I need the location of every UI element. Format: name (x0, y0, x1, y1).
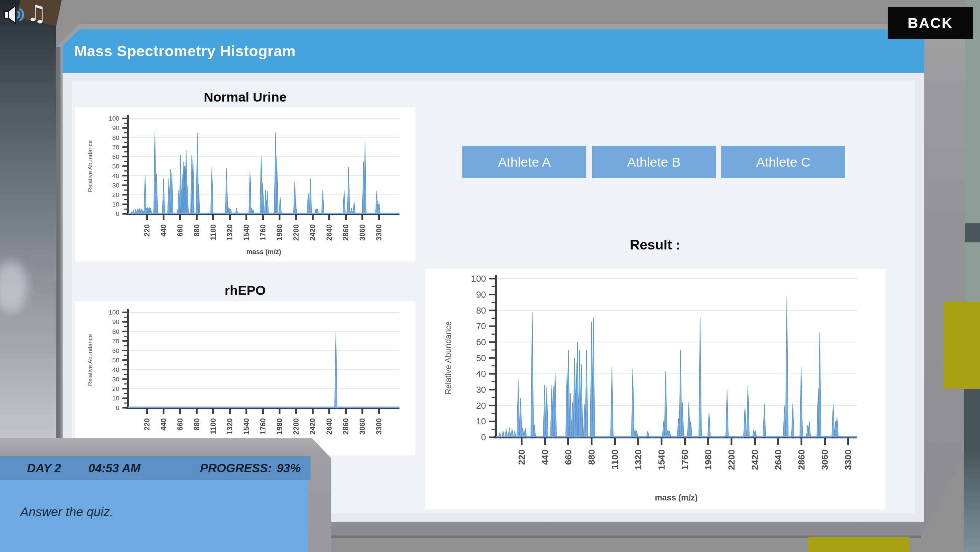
time-label: 04:53 AM (88, 456, 140, 480)
svg-text:2640: 2640 (773, 450, 783, 470)
svg-text:880: 880 (586, 450, 597, 465)
svg-text:880: 880 (192, 418, 200, 431)
svg-text:660: 660 (176, 418, 184, 431)
svg-text:660: 660 (563, 450, 573, 465)
normal-urine-chart: 0102030405060708090100220440660880110013… (75, 107, 415, 261)
rhepo-chart: 0102030405060708090100220440660880110013… (75, 301, 415, 455)
photo-highlight (0, 261, 28, 313)
objective-text: Answer the quiz. (20, 505, 113, 519)
svg-text:60: 60 (112, 347, 119, 354)
svg-text:70: 70 (112, 143, 119, 151)
svg-text:2420: 2420 (309, 418, 317, 434)
result-chart-card: 0102030405060708090100220440660880110013… (425, 269, 886, 509)
svg-text:2860: 2860 (796, 450, 807, 470)
svg-text:40: 40 (112, 172, 119, 179)
svg-text:3300: 3300 (843, 450, 853, 470)
svg-text:3060: 3060 (358, 224, 366, 240)
result-chart: 0102030405060708090100220440660880110013… (425, 269, 886, 509)
svg-text:70: 70 (476, 321, 486, 331)
svg-text:20: 20 (476, 401, 486, 410)
page-title: Mass Spectrometry Histogram (74, 29, 924, 72)
svg-text:1980: 1980 (275, 418, 283, 434)
svg-text:30: 30 (112, 181, 119, 189)
svg-text:60: 60 (476, 337, 486, 347)
svg-text:3060: 3060 (358, 418, 366, 434)
objective-panel: Answer the quiz. (0, 480, 309, 552)
svg-text:40: 40 (112, 366, 119, 373)
speaker-icon[interactable] (2, 4, 26, 25)
svg-text:90: 90 (476, 290, 486, 299)
svg-text:100: 100 (109, 309, 119, 316)
background-photo-detail (964, 389, 980, 448)
svg-text:20: 20 (112, 191, 119, 198)
svg-text:70: 70 (112, 337, 119, 345)
svg-text:mass (m/z): mass (m/z) (247, 248, 282, 256)
svg-text:2860: 2860 (342, 418, 350, 434)
svg-text:20: 20 (112, 385, 119, 392)
svg-text:80: 80 (112, 134, 119, 141)
progress-label: PROGRESS: (200, 456, 272, 480)
svg-text:Relative Abundance: Relative Abundance (444, 321, 453, 395)
normal-urine-chart-card: 0102030405060708090100220440660880110013… (75, 107, 415, 261)
athlete-a-button[interactable]: Athlete A (462, 146, 586, 178)
svg-text:60: 60 (112, 153, 119, 160)
svg-text:30: 30 (112, 375, 119, 383)
svg-text:220: 220 (143, 418, 151, 431)
svg-text:440: 440 (159, 418, 167, 431)
day-label: DAY 2 (27, 456, 61, 480)
svg-text:50: 50 (112, 162, 119, 170)
svg-text:440: 440 (540, 450, 550, 465)
svg-text:440: 440 (159, 224, 167, 237)
svg-text:10: 10 (112, 395, 119, 402)
svg-text:100: 100 (471, 274, 486, 283)
svg-text:1760: 1760 (679, 450, 690, 470)
svg-text:80: 80 (112, 328, 119, 335)
svg-text:50: 50 (476, 353, 486, 363)
background-accent-olive (943, 302, 980, 389)
svg-text:1980: 1980 (275, 224, 283, 240)
svg-text:2200: 2200 (292, 418, 300, 434)
athlete-c-button[interactable]: Athlete C (721, 146, 845, 178)
svg-text:1760: 1760 (259, 224, 267, 240)
svg-text:90: 90 (112, 124, 119, 131)
svg-text:mass (m/z): mass (m/z) (655, 493, 698, 502)
title-bar: Mass Spectrometry Histogram (63, 29, 924, 73)
svg-text:50: 50 (112, 356, 119, 364)
svg-text:1320: 1320 (226, 224, 234, 240)
svg-text:Relative Abundance: Relative Abundance (87, 334, 93, 386)
svg-text:0: 0 (481, 432, 486, 442)
svg-text:220: 220 (516, 450, 527, 465)
svg-text:10: 10 (112, 200, 119, 208)
svg-text:10: 10 (476, 417, 486, 426)
svg-text:40: 40 (476, 369, 486, 379)
svg-text:2640: 2640 (325, 418, 333, 434)
background-accent-olive (808, 537, 910, 552)
svg-text:1540: 1540 (242, 224, 250, 240)
svg-text:2860: 2860 (342, 224, 350, 240)
svg-text:1100: 1100 (209, 224, 217, 240)
svg-text:0: 0 (116, 404, 119, 411)
svg-text:2420: 2420 (309, 224, 317, 240)
svg-text:2420: 2420 (749, 450, 760, 470)
background-photo-detail (965, 223, 980, 242)
svg-text:3300: 3300 (375, 418, 383, 434)
svg-text:1320: 1320 (226, 418, 234, 434)
svg-text:1540: 1540 (656, 450, 667, 470)
music-note-icon[interactable]: ♫ (26, 0, 47, 26)
back-button[interactable]: BACK (888, 7, 973, 39)
svg-text:1320: 1320 (633, 450, 643, 470)
svg-text:3060: 3060 (819, 450, 830, 470)
normal-urine-chart-title: Normal Urine (75, 90, 415, 105)
svg-text:3300: 3300 (375, 224, 383, 240)
svg-text:80: 80 (476, 305, 486, 315)
svg-text:220: 220 (143, 224, 151, 237)
svg-text:100: 100 (109, 115, 119, 122)
svg-text:660: 660 (176, 224, 184, 237)
rhepo-chart-card: 0102030405060708090100220440660880110013… (75, 301, 415, 455)
svg-text:0: 0 (116, 210, 119, 217)
svg-text:1540: 1540 (242, 418, 250, 434)
background-photo-right (965, 0, 980, 302)
athlete-b-button[interactable]: Athlete B (592, 146, 716, 178)
svg-text:90: 90 (112, 318, 119, 325)
svg-text:2200: 2200 (726, 450, 737, 470)
